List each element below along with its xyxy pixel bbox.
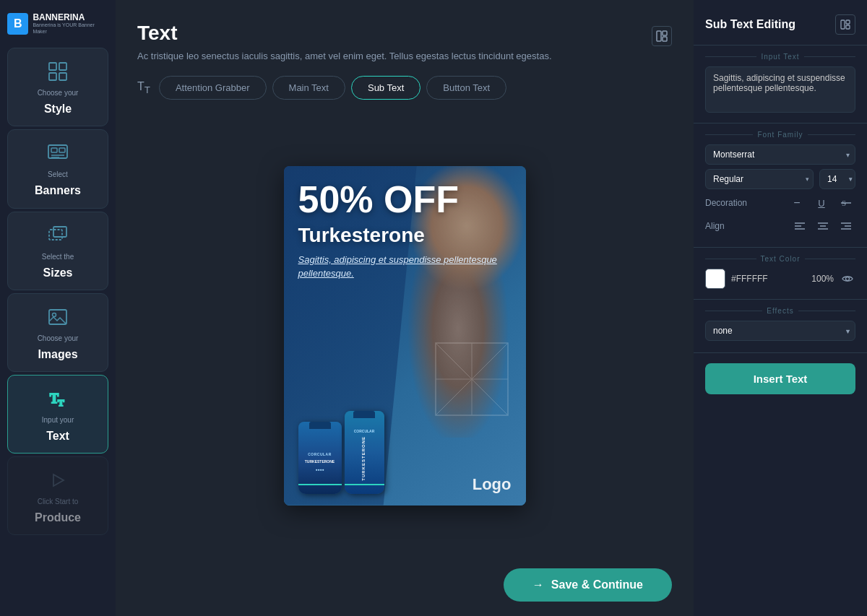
svg-rect-1 — [59, 63, 66, 70]
banner-product-name: Turkesterone — [298, 224, 512, 247]
decoration-minus[interactable]: − — [788, 194, 806, 212]
font-size-wrap: 14 12 16 18 ▾ — [819, 169, 855, 189]
sidebar-item-sizes[interactable]: Select the Sizes — [7, 212, 108, 290]
app-tagline: Bannerina is YOUR Banner Maker — [33, 22, 108, 35]
sidebar-item-text[interactable]: T T Input your Text — [7, 375, 108, 454]
banner-subtext: Sagittis, adipiscing et suspendisse pell… — [298, 253, 512, 281]
save-arrow-icon: → — [532, 578, 544, 591]
logo-icon: B — [7, 13, 28, 35]
svg-rect-25 — [846, 25, 850, 29]
banners-label: Banners — [35, 183, 81, 197]
effects-section: Effects none shadow glow outline ▾ — [694, 300, 867, 353]
logo-area: B BANNERINA Bannerina is YOUR Banner Mak… — [0, 7, 116, 45]
align-icons — [790, 217, 855, 235]
tab-sub-text[interactable]: Sub Text — [351, 76, 420, 100]
svg-rect-0 — [49, 63, 56, 70]
font-family-select[interactable]: Montserrat Arial Roboto — [705, 144, 855, 165]
grid-icon — [45, 58, 71, 84]
decoration-icons: − U S — [788, 194, 855, 212]
effects-select[interactable]: none shadow glow outline — [705, 321, 855, 341]
align-right-icon[interactable] — [837, 217, 855, 235]
svg-rect-2 — [49, 73, 56, 80]
align-left-icon[interactable] — [790, 217, 809, 235]
produce-icon — [45, 467, 71, 493]
align-center-icon[interactable] — [814, 217, 832, 235]
sizes-sublabel: Select the — [42, 253, 74, 261]
sidebar-item-banners[interactable]: Select Banners — [7, 129, 108, 208]
banner-content: 50% OFF Turkesterone Sagittis, adipiscin… — [284, 166, 526, 506]
color-swatch[interactable] — [705, 269, 725, 289]
page-title: Text — [137, 22, 552, 45]
tab-attention-grabber[interactable]: Attention Grabber — [159, 76, 267, 100]
style-label: Style — [44, 102, 72, 116]
bottle2-name: TURKESTERONE — [360, 433, 368, 484]
effects-select-wrap: none shadow glow outline ▾ — [705, 321, 855, 341]
font-family-section: Font Family Montserrat Arial Roboto Regu… — [694, 123, 867, 248]
right-panel-title: Sub Text Editing — [705, 18, 795, 31]
sidebar-item-produce: Click Start to Produce — [7, 456, 108, 535]
banners-icon — [45, 140, 71, 166]
save-button-label: Save & Continue — [551, 578, 643, 591]
sidebar: B BANNERINA Bannerina is YOUR Banner Mak… — [0, 0, 116, 616]
sidebar-item-images[interactable]: Choose your Images — [7, 293, 108, 372]
svg-point-37 — [846, 277, 850, 281]
color-hex-value: #FFFFFF — [731, 274, 806, 284]
banner-card: 50% OFF Turkesterone Sagittis, adipiscin… — [284, 166, 526, 506]
banner-headline: 50% OFF — [298, 181, 512, 218]
tab-row: TT Attention Grabber Main Text Sub Text … — [137, 76, 672, 100]
svg-rect-6 — [59, 148, 65, 152]
color-opacity-value: 100% — [811, 274, 834, 284]
produce-label: Produce — [35, 511, 81, 524]
text-color-label: Text Color — [705, 255, 855, 263]
save-continue-button[interactable]: → Save & Continue — [504, 568, 672, 602]
svg-rect-17 — [663, 37, 667, 41]
style-sublabel: Choose your — [38, 89, 79, 97]
right-panel: Sub Text Editing Input Text Font Family … — [694, 0, 867, 616]
text-color-section: Text Color #FFFFFF 100% — [694, 248, 867, 300]
text-icon: T T — [45, 386, 71, 412]
input-text-label: Input Text — [705, 53, 855, 61]
effects-row: none shadow glow outline ▾ — [705, 321, 855, 341]
svg-rect-9 — [49, 230, 62, 240]
text-sublabel: Input your — [42, 416, 74, 425]
font-weight-size-row: Regular Bold Light ▾ 14 12 16 18 ▾ — [705, 169, 855, 189]
bottom-row: → Save & Continue — [137, 557, 672, 602]
font-size-indicator: TT — [137, 80, 150, 95]
sidebar-item-style[interactable]: Choose your Style — [7, 48, 108, 126]
align-row: Align — [705, 217, 855, 235]
bottle1-name: TURKESTERONE — [303, 456, 336, 467]
main-content: Text Ac tristique leo senectus iaculis s… — [116, 0, 694, 616]
eye-icon[interactable] — [840, 271, 855, 287]
images-label: Images — [38, 347, 77, 361]
subtext-input[interactable] — [705, 66, 855, 113]
svg-rect-16 — [663, 31, 667, 35]
tab-button-text[interactable]: Button Text — [426, 76, 506, 100]
font-family-label: Font Family — [705, 131, 855, 139]
images-icon — [45, 304, 71, 330]
font-select-wrap: Montserrat Arial Roboto — [705, 144, 855, 165]
right-panel-header: Sub Text Editing — [694, 0, 867, 45]
app-name: BANNERINA — [33, 13, 108, 22]
font-size-select[interactable]: 14 12 16 18 — [819, 169, 855, 189]
font-weight-select[interactable]: Regular Bold Light — [705, 169, 814, 189]
svg-rect-15 — [657, 31, 661, 41]
font-name-row: Montserrat Arial Roboto — [705, 144, 855, 165]
align-label: Align — [705, 221, 725, 231]
decoration-label: Decoration — [705, 198, 747, 208]
insert-text-button[interactable]: Insert Text — [705, 363, 855, 394]
svg-point-12 — [53, 313, 56, 316]
color-row: #FFFFFF 100% — [705, 269, 855, 289]
decoration-row: Decoration − U S — [705, 194, 855, 212]
svg-rect-5 — [51, 148, 57, 152]
decoration-strikethrough[interactable]: S — [837, 194, 855, 212]
text-label: Text — [46, 429, 69, 443]
svg-rect-3 — [59, 73, 66, 80]
svg-text:T: T — [58, 397, 64, 408]
decoration-underline[interactable]: U — [812, 194, 831, 212]
panel-layout-button[interactable] — [835, 14, 855, 35]
product-bottle-2: CORCULAR TURKESTERONE — [345, 411, 384, 494]
layout-icon[interactable] — [652, 26, 672, 46]
svg-rect-24 — [846, 20, 850, 24]
input-text-section: Input Text — [694, 45, 867, 123]
tab-main-text[interactable]: Main Text — [272, 76, 345, 100]
